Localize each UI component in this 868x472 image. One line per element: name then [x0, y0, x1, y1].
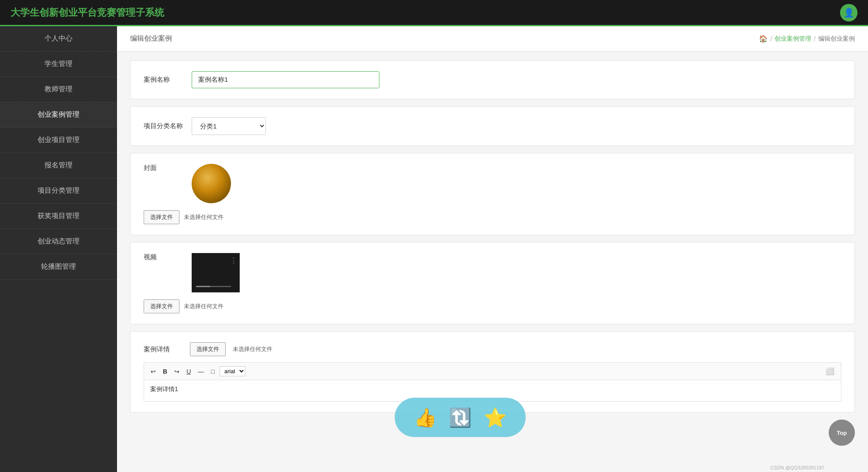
cover-image-inner — [192, 164, 231, 203]
sidebar-item-personal-center[interactable]: 个人中心 — [0, 26, 117, 52]
header: 大学生创新创业平台竞赛管理子系统 👤 — [0, 0, 868, 26]
breadcrumb-case-mgmt[interactable]: 创业案例管理 — [775, 35, 811, 43]
toolbar-bold-btn[interactable]: B — [161, 367, 169, 376]
toolbar-box-btn[interactable]: □ — [209, 367, 217, 376]
video-progress-fill — [196, 286, 210, 287]
video-section: 视频 ⋮ 选择文件 未选择任何文件 — [144, 253, 841, 313]
video-progress-bar — [196, 286, 231, 287]
float-star-icon[interactable]: ⭐ — [478, 402, 513, 433]
video-row: 视频 ⋮ — [144, 253, 841, 292]
home-icon[interactable]: 🏠 — [759, 35, 768, 43]
top-button[interactable]: Top — [829, 420, 855, 446]
form-area: 案例名称 项目分类名称 分类1 分类2 分类3 — [117, 52, 868, 421]
case-name-label: 案例名称 — [144, 76, 183, 84]
cover-file-btn[interactable]: 选择文件 — [144, 210, 179, 224]
cover-file-text: 未选择任何文件 — [184, 213, 224, 221]
sidebar-item-carousel-mgmt[interactable]: 轮播图管理 — [0, 254, 117, 280]
toolbar-dash-btn[interactable]: — — [196, 367, 206, 376]
sidebar-item-news-mgmt[interactable]: 创业动态管理 — [0, 229, 117, 254]
video-thumbnail: ⋮ — [192, 253, 240, 292]
avatar-icon: 👤 — [844, 7, 854, 18]
cover-file-row: 选择文件 未选择任何文件 — [144, 210, 841, 224]
cover-label: 封面 — [144, 164, 183, 172]
sidebar-item-project-mgmt[interactable]: 创业项目管理 — [0, 128, 117, 153]
case-name-card: 案例名称 — [130, 60, 855, 99]
video-file-text: 未选择任何文件 — [184, 302, 224, 310]
toolbar-underline-btn[interactable]: U — [184, 367, 193, 376]
breadcrumb: 🏠 / 创业案例管理 / 编辑创业案例 — [759, 35, 855, 43]
video-file-btn[interactable]: 选择文件 — [144, 299, 179, 313]
breadcrumb-sep-2: / — [814, 35, 816, 42]
sidebar-item-signup-mgmt[interactable]: 报名管理 — [0, 153, 117, 178]
toolbar-font-select[interactable]: arial serif — [220, 366, 245, 376]
sidebar-item-case-mgmt[interactable]: 创业案例管理 — [0, 102, 117, 128]
sidebar-item-award-mgmt[interactable]: 获奖项目管理 — [0, 204, 117, 229]
video-label: 视频 — [144, 253, 183, 261]
app-title: 大学生创新创业平台竞赛管理子系统 — [10, 6, 164, 19]
case-name-row: 案例名称 — [144, 71, 841, 88]
category-label: 项目分类名称 — [144, 122, 183, 130]
toolbar-redo-btn[interactable]: ↪ — [172, 367, 182, 376]
toolbar-undo-btn[interactable]: ↩ — [148, 367, 158, 376]
sidebar-item-student-mgmt[interactable]: 学生管理 — [0, 52, 117, 77]
float-refresh-icon[interactable]: 🔃 — [443, 402, 478, 433]
cover-image — [192, 164, 231, 203]
case-name-input[interactable] — [192, 71, 379, 88]
video-menu-dots-icon: ⋮ — [230, 257, 237, 265]
case-detail-file-btn[interactable]: 选择文件 — [190, 342, 226, 356]
case-detail-header: 案例详情 选择文件 未选择任何文件 — [144, 342, 841, 356]
case-detail-label: 案例详情 — [144, 345, 183, 354]
floating-bar: 👍 🔃 ⭐ — [395, 398, 526, 437]
cover-row: 封面 — [144, 164, 841, 203]
sidebar: 个人中心 学生管理 教师管理 创业案例管理 创业项目管理 报名管理 项目分类管理… — [0, 26, 117, 472]
page-title: 编辑创业案例 — [130, 34, 172, 43]
float-thumbsup-icon[interactable]: 👍 — [408, 402, 443, 433]
cover-section: 封面 选择文件 未选择任何文件 — [144, 164, 841, 224]
video-file-row: 选择文件 未选择任何文件 — [144, 299, 841, 313]
category-select[interactable]: 分类1 分类2 分类3 — [192, 117, 266, 135]
user-avatar[interactable]: 👤 — [840, 4, 858, 21]
breadcrumb-current: 编辑创业案例 — [818, 35, 855, 43]
toolbar-fullscreen-btn[interactable]: ⬜ — [823, 366, 837, 376]
floating-overlay: 👍 🔃 ⭐ — [395, 398, 526, 437]
sidebar-item-category-mgmt[interactable]: 项目分类管理 — [0, 178, 117, 204]
category-row: 项目分类名称 分类1 分类2 分类3 — [144, 117, 841, 135]
cover-card: 封面 选择文件 未选择任何文件 — [130, 153, 855, 235]
video-card: 视频 ⋮ 选择文件 未选择任何文件 — [130, 242, 855, 324]
footer-watermark: CSDN @QQ3285391197 — [770, 465, 824, 470]
breadcrumb-bar: 编辑创业案例 🏠 / 创业案例管理 / 编辑创业案例 — [117, 26, 868, 52]
editor-toolbar: ↩ B ↪ U — □ arial serif ⬜ — [144, 362, 841, 380]
case-detail-file-text: 未选择任何文件 — [233, 345, 272, 353]
sidebar-item-teacher-mgmt[interactable]: 教师管理 — [0, 77, 117, 102]
category-card: 项目分类名称 分类1 分类2 分类3 — [130, 106, 855, 146]
breadcrumb-sep-1: / — [770, 35, 772, 42]
